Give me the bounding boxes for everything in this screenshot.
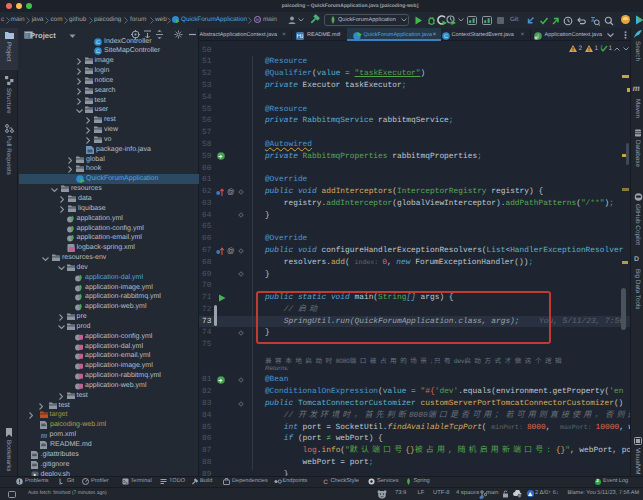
- svg-text:C: C: [96, 40, 100, 46]
- svg-text:m: m: [40, 431, 47, 439]
- svg-text:m: m: [256, 18, 260, 23]
- svg-text:C: C: [96, 49, 100, 55]
- svg-text:C: C: [444, 34, 448, 40]
- svg-text:C: C: [323, 479, 328, 486]
